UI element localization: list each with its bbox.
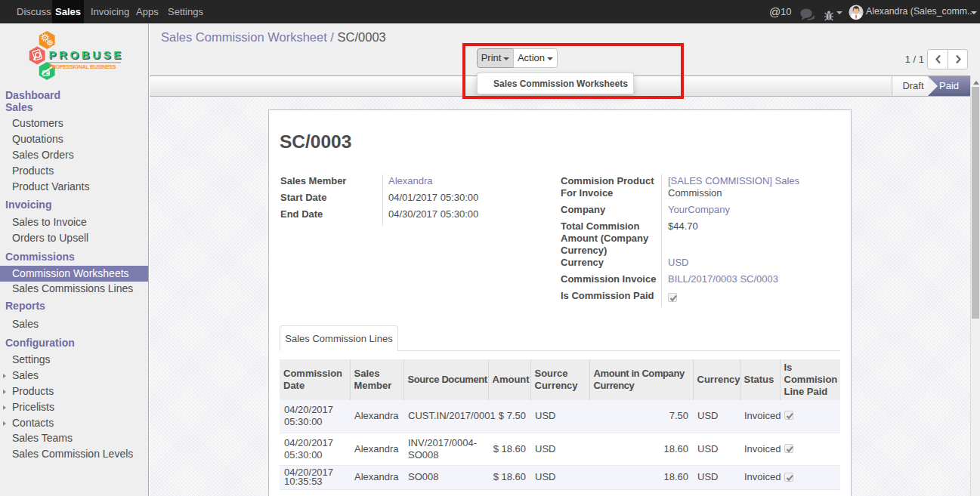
svg-text:PROBUSE: PROBUSE	[49, 48, 124, 61]
svg-text:PROFESSIONAL BUSINESS: PROFESSIONAL BUSINESS	[49, 64, 116, 70]
